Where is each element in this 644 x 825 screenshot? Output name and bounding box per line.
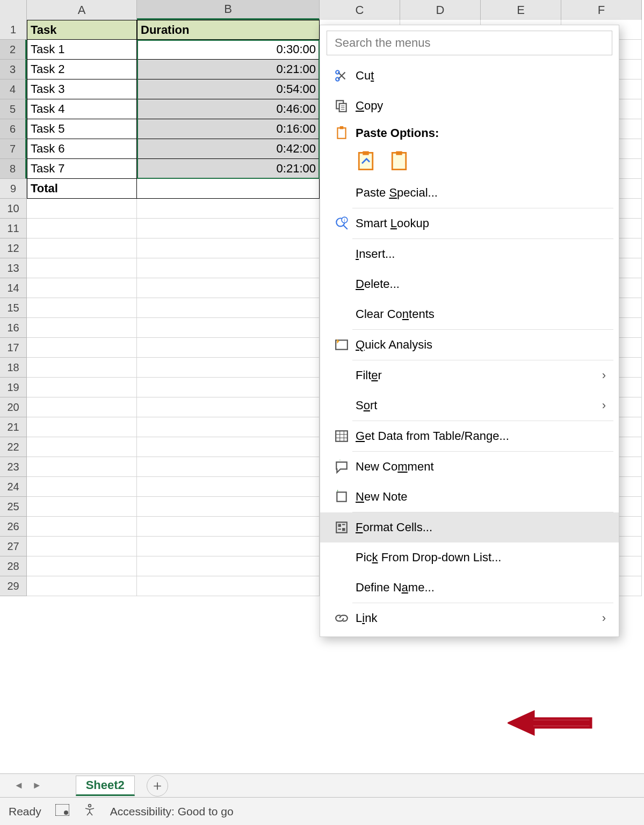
row-header-6[interactable]: 6 bbox=[0, 119, 27, 139]
cell-B20[interactable] bbox=[137, 397, 320, 417]
row-header-18[interactable]: 18 bbox=[0, 358, 27, 378]
row-header-23[interactable]: 23 bbox=[0, 457, 27, 477]
menu-pick-dropdown[interactable]: Pick From Drop-down List... bbox=[320, 542, 619, 573]
row-header-14[interactable]: 14 bbox=[0, 278, 27, 298]
sheet-nav-prev-icon[interactable]: ◄ bbox=[10, 780, 28, 791]
cell-A9[interactable]: Total bbox=[27, 179, 137, 199]
cell-A8[interactable]: Task 7 bbox=[27, 159, 137, 179]
cell-A21[interactable] bbox=[27, 417, 137, 437]
menu-insert[interactable]: Insert... bbox=[320, 239, 619, 269]
cell-A28[interactable] bbox=[27, 556, 137, 576]
cell-A6[interactable]: Task 5 bbox=[27, 119, 137, 139]
macro-record-icon[interactable] bbox=[55, 804, 69, 819]
row-header-27[interactable]: 27 bbox=[0, 537, 27, 556]
cell-A15[interactable] bbox=[27, 298, 137, 318]
sheet-nav-next-icon[interactable]: ► bbox=[28, 780, 46, 791]
menu-paste-special[interactable]: Paste Special... bbox=[320, 178, 619, 208]
cell-B15[interactable] bbox=[137, 298, 320, 318]
menu-search-input[interactable]: Search the menus bbox=[327, 31, 612, 55]
cell-A25[interactable] bbox=[27, 497, 137, 517]
paste-option-default[interactable] bbox=[354, 150, 377, 172]
cell-B29[interactable] bbox=[137, 576, 320, 596]
row-header-11[interactable]: 11 bbox=[0, 219, 27, 238]
cell-A11[interactable] bbox=[27, 219, 137, 238]
col-header-A[interactable]: A bbox=[27, 0, 137, 20]
cell-B21[interactable] bbox=[137, 417, 320, 437]
row-header-22[interactable]: 22 bbox=[0, 437, 27, 457]
row-header-25[interactable]: 25 bbox=[0, 497, 27, 517]
cell-B18[interactable] bbox=[137, 358, 320, 378]
cell-A4[interactable]: Task 3 bbox=[27, 79, 137, 99]
cell-A27[interactable] bbox=[27, 537, 137, 556]
cell-A22[interactable] bbox=[27, 437, 137, 457]
row-header-1[interactable]: 1 bbox=[0, 20, 27, 40]
cell-B26[interactable] bbox=[137, 517, 320, 537]
cell-A5[interactable]: Task 4 bbox=[27, 99, 137, 119]
row-header-3[interactable]: 3 bbox=[0, 60, 27, 79]
col-header-B[interactable]: B bbox=[137, 0, 320, 20]
cell-A20[interactable] bbox=[27, 397, 137, 417]
select-all-corner[interactable] bbox=[0, 0, 27, 20]
row-header-24[interactable]: 24 bbox=[0, 477, 27, 497]
col-header-C[interactable]: C bbox=[320, 0, 400, 20]
col-header-E[interactable]: E bbox=[481, 0, 561, 20]
cell-B22[interactable] bbox=[137, 437, 320, 457]
row-header-13[interactable]: 13 bbox=[0, 258, 27, 278]
menu-smart-lookup[interactable]: i Smart Lookup bbox=[320, 208, 619, 238]
accessibility-icon[interactable] bbox=[83, 804, 96, 819]
cell-A26[interactable] bbox=[27, 517, 137, 537]
menu-get-data[interactable]: Get Data from Table/Range... bbox=[320, 421, 619, 451]
cell-B25[interactable] bbox=[137, 497, 320, 517]
row-header-20[interactable]: 20 bbox=[0, 397, 27, 417]
cell-A17[interactable] bbox=[27, 338, 137, 358]
menu-format-cells[interactable]: Format Cells... bbox=[320, 512, 619, 542]
cell-B12[interactable] bbox=[137, 238, 320, 258]
col-header-D[interactable]: D bbox=[400, 0, 481, 20]
row-header-7[interactable]: 7 bbox=[0, 139, 27, 159]
menu-clear-contents[interactable]: Clear Contents bbox=[320, 299, 619, 329]
cell-A16[interactable] bbox=[27, 318, 137, 338]
menu-sort[interactable]: Sort › bbox=[320, 390, 619, 421]
cell-B16[interactable] bbox=[137, 318, 320, 338]
cell-B10[interactable] bbox=[137, 199, 320, 219]
cell-B14[interactable] bbox=[137, 278, 320, 298]
cell-A18[interactable] bbox=[27, 358, 137, 378]
menu-new-note[interactable]: + New Note bbox=[320, 482, 619, 512]
cell-A2[interactable]: Task 1 bbox=[27, 40, 137, 60]
cell-B27[interactable] bbox=[137, 537, 320, 556]
cell-B11[interactable] bbox=[137, 219, 320, 238]
row-header-19[interactable]: 19 bbox=[0, 378, 27, 397]
cell-B13[interactable] bbox=[137, 258, 320, 278]
menu-filter[interactable]: Filter › bbox=[320, 360, 619, 390]
cell-B24[interactable] bbox=[137, 477, 320, 497]
row-header-8[interactable]: 8 bbox=[0, 159, 27, 179]
row-header-17[interactable]: 17 bbox=[0, 338, 27, 358]
sheet-tab-active[interactable]: Sheet2 bbox=[76, 776, 135, 796]
cell-A7[interactable]: Task 6 bbox=[27, 139, 137, 159]
cell-A1[interactable]: Task bbox=[27, 20, 137, 40]
cell-A19[interactable] bbox=[27, 378, 137, 397]
row-header-5[interactable]: 5 bbox=[0, 99, 27, 119]
menu-link[interactable]: Link › bbox=[320, 603, 619, 633]
add-sheet-button[interactable]: ＋ bbox=[147, 775, 168, 797]
row-header-15[interactable]: 15 bbox=[0, 298, 27, 318]
cell-A14[interactable] bbox=[27, 278, 137, 298]
cell-B17[interactable] bbox=[137, 338, 320, 358]
cell-A3[interactable]: Task 2 bbox=[27, 60, 137, 79]
cell-A13[interactable] bbox=[27, 258, 137, 278]
cell-A29[interactable] bbox=[27, 576, 137, 596]
cell-B1[interactable]: Duration bbox=[137, 20, 320, 40]
cell-A10[interactable] bbox=[27, 199, 137, 219]
menu-copy[interactable]: Copy bbox=[320, 91, 619, 121]
menu-delete[interactable]: Delete... bbox=[320, 269, 619, 299]
row-header-29[interactable]: 29 bbox=[0, 576, 27, 596]
cell-B23[interactable] bbox=[137, 457, 320, 477]
row-header-28[interactable]: 28 bbox=[0, 556, 27, 576]
menu-quick-analysis[interactable]: Quick Analysis bbox=[320, 330, 619, 360]
row-header-26[interactable]: 26 bbox=[0, 517, 27, 537]
col-header-F[interactable]: F bbox=[561, 0, 642, 20]
cell-B28[interactable] bbox=[137, 556, 320, 576]
menu-cut[interactable]: Cut bbox=[320, 61, 619, 91]
cell-A12[interactable] bbox=[27, 238, 137, 258]
row-header-2[interactable]: 2 bbox=[0, 40, 27, 60]
